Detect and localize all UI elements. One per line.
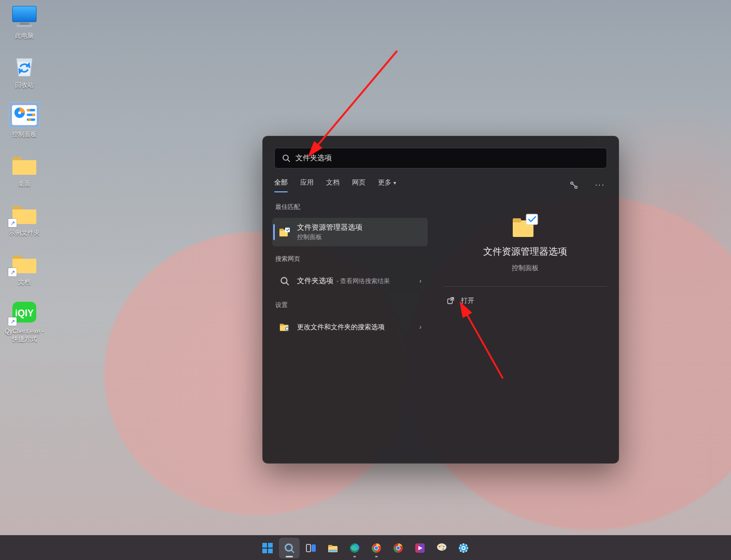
desktop-icon-label: 回收站	[15, 81, 34, 89]
desktop-icon-qyclient[interactable]: iQIY ↗ QyClient.exe - 快捷方式	[4, 300, 45, 343]
search-preview-pane: 文件资源管理器选项 控制面板 打开	[437, 199, 613, 455]
svg-text:iQIY: iQIY	[15, 308, 34, 318]
start-search-panel: 全部 应用 文档 网页 更多 ▾ ··· 最佳匹配	[262, 136, 619, 464]
search-icon	[278, 275, 291, 287]
shortcut-arrow-icon: ↗	[8, 219, 17, 227]
desktop-icon-label: 示例文件夹	[9, 229, 40, 237]
open-external-icon	[446, 297, 455, 304]
desktop-icon-label: 文档	[18, 278, 31, 286]
tab-apps[interactable]: 应用	[300, 178, 314, 192]
result-web-prefix: 文件夹选项	[297, 276, 333, 286]
svg-point-61	[443, 545, 444, 547]
svg-line-20	[288, 160, 290, 162]
svg-rect-41	[268, 549, 273, 553]
svg-rect-39	[268, 543, 273, 548]
svg-rect-34	[526, 214, 538, 225]
recycle-bin-icon	[9, 53, 39, 78]
desktop-icon-control-panel[interactable]: 控制面板	[4, 103, 45, 138]
search-results-list: 最佳匹配 文件资源管理器选项 控制面板 搜索网页	[272, 199, 428, 455]
svg-point-26	[281, 277, 287, 283]
folder-shortcut-icon: ↗	[9, 201, 39, 226]
desktop-icon-recycle-bin[interactable]: 回收站	[4, 53, 45, 89]
search-icon	[282, 154, 290, 162]
svg-rect-49	[329, 550, 337, 552]
svg-point-11	[27, 109, 31, 112]
taskbar-settings[interactable]	[453, 538, 474, 558]
search-network-icon[interactable]	[567, 180, 581, 190]
divider	[443, 286, 607, 287]
svg-rect-46	[312, 544, 316, 552]
svg-point-56	[397, 546, 400, 549]
svg-point-7	[18, 111, 21, 115]
result-title: 文件资源管理器选项	[297, 223, 362, 232]
svg-point-60	[441, 544, 442, 546]
folder-search-icon	[278, 321, 291, 333]
preview-action-open[interactable]: 打开	[437, 291, 613, 311]
result-best-match[interactable]: 文件资源管理器选项 控制面板	[272, 218, 428, 246]
desktop-icon-this-pc[interactable]: 此电脑	[4, 4, 45, 40]
desktop-icon-label: 桌面	[18, 180, 31, 188]
result-web-suffix: - 查看网络搜索结果	[336, 277, 390, 286]
taskbar-paint[interactable]	[431, 538, 452, 558]
tab-more-label: 更多	[378, 178, 391, 187]
svg-point-53	[375, 546, 378, 549]
result-title: 更改文件和文件夹的搜索选项	[297, 323, 385, 332]
tab-more[interactable]: 更多 ▾	[378, 178, 396, 192]
desktop-icon-desktop-folder[interactable]: 桌面	[4, 152, 45, 188]
result-settings-item[interactable]: 更改文件和文件夹的搜索选项 ›	[272, 316, 428, 339]
desktop-icon-docs-folder[interactable]: ↗ 文档	[4, 250, 45, 286]
desktop-icon-label: 控制面板	[12, 131, 37, 138]
more-options-icon[interactable]: ···	[593, 180, 607, 190]
desktop-icon-demo-folder[interactable]: ↗ 示例文件夹	[4, 201, 45, 237]
preview-title: 文件资源管理器选项	[483, 245, 567, 258]
chevron-right-icon: ›	[419, 324, 421, 331]
taskbar-search[interactable]	[279, 538, 300, 558]
control-panel-icon	[9, 103, 39, 128]
taskbar-edge[interactable]	[344, 538, 365, 558]
section-best-match: 最佳匹配	[272, 199, 428, 214]
desktop-icon-label: QyClient.exe - 快捷方式	[4, 328, 45, 343]
svg-rect-3	[20, 23, 29, 25]
folder-shortcut-icon: ↗	[9, 250, 39, 275]
svg-rect-1	[12, 6, 36, 22]
tab-web[interactable]: 网页	[352, 178, 366, 192]
taskbar-start[interactable]	[257, 538, 278, 558]
taskbar-file-explorer[interactable]	[322, 538, 343, 558]
svg-point-59	[439, 545, 440, 547]
svg-rect-24	[279, 229, 284, 231]
tab-docs[interactable]: 文档	[326, 178, 340, 192]
preview-large-icon	[511, 213, 540, 239]
svg-point-62	[442, 548, 444, 550]
taskbar-task-view[interactable]	[301, 538, 321, 558]
taskbar-clipchamp[interactable]	[410, 538, 430, 558]
tab-all[interactable]: 全部	[274, 178, 288, 192]
svg-rect-4	[17, 25, 32, 27]
section-web: 搜索网页	[272, 250, 428, 265]
search-tabs: 全部 应用 文档 网页 更多 ▾ ···	[263, 169, 618, 195]
search-input[interactable]	[296, 154, 599, 162]
taskbar-chrome[interactable]	[366, 538, 387, 558]
svg-point-44	[286, 544, 292, 551]
search-bar[interactable]	[274, 148, 607, 169]
svg-rect-33	[513, 218, 521, 222]
shortcut-arrow-icon: ↗	[8, 268, 17, 276]
chevron-down-icon: ▾	[393, 180, 396, 186]
svg-rect-38	[262, 543, 267, 548]
folder-options-icon	[278, 226, 291, 239]
svg-rect-45	[306, 544, 311, 552]
result-subtitle: 控制面板	[297, 233, 362, 241]
section-settings: 设置	[272, 297, 428, 312]
taskbar	[0, 535, 731, 560]
svg-point-12	[32, 114, 35, 117]
shortcut-arrow-icon: ↗	[8, 317, 17, 326]
this-pc-icon	[9, 4, 39, 29]
svg-line-27	[286, 283, 289, 285]
taskbar-chrome-canary[interactable]	[388, 538, 409, 558]
desktop-icon-label: 此电脑	[15, 32, 34, 40]
folder-icon	[9, 152, 39, 177]
preview-subtitle: 控制面板	[512, 264, 539, 273]
result-web-search[interactable]: 文件夹选项 - 查看网络搜索结果 ›	[272, 270, 428, 292]
preview-action-label: 打开	[461, 296, 474, 305]
svg-rect-48	[328, 545, 332, 547]
svg-point-19	[283, 155, 288, 160]
